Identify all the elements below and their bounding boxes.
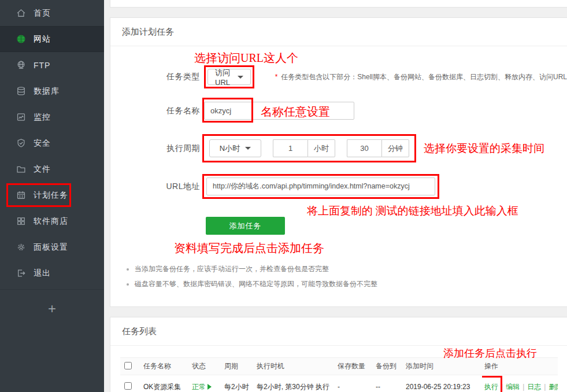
chevron-down-icon	[238, 76, 243, 79]
url-row: URL地址	[110, 174, 567, 199]
delete-link[interactable]: 删除	[549, 383, 558, 391]
annotation-type: 选择访问URL这人个	[194, 50, 567, 64]
sidebar-divider	[0, 289, 104, 290]
period-row: 执行周期 N小时 小时 分钟 选择你要设置的采集时间	[110, 134, 567, 162]
sidebar-item-label: 监控	[34, 112, 51, 123]
annotation-box-url	[202, 174, 439, 199]
sidebar-item-label: 安全	[34, 138, 51, 149]
sidebar-item-label: 数据库	[34, 86, 60, 97]
sidebar-item-label: 计划任务	[34, 190, 68, 201]
period-minute-input[interactable]	[347, 139, 381, 157]
sidebar-item-label: 软件商店	[34, 216, 68, 227]
sidebar-item-label: 面板设置	[34, 242, 68, 253]
security-icon	[16, 138, 26, 149]
home-icon	[16, 8, 26, 19]
hour-addon: 小时	[307, 139, 335, 157]
col-period: 周期	[222, 358, 254, 375]
database-icon	[16, 86, 26, 97]
calendar-icon	[16, 190, 26, 201]
backup-to-cell: --	[373, 375, 403, 392]
period-hour-input[interactable]	[273, 139, 307, 157]
folder-icon	[16, 164, 26, 175]
sidebar-item-cron[interactable]: 计划任务	[0, 182, 104, 208]
add-menu-button[interactable]: +	[0, 295, 104, 321]
keep-cell: -	[335, 375, 373, 392]
annotation-submit: 资料填写完成后点击添加任务	[174, 241, 567, 256]
task-list-title: 任务列表	[110, 317, 567, 346]
task-type-select[interactable]: 访问URL	[207, 69, 251, 85]
annotation-box-period: N小时 小时 分钟	[202, 134, 416, 162]
url-label: URL地址	[110, 182, 200, 192]
tip-item: 当添加完备份任务，应该手动运行一次，并检查备份包是否完整	[135, 261, 567, 276]
sidebar-item-logout[interactable]: 退出	[0, 260, 104, 286]
row-checkbox[interactable]	[124, 382, 132, 390]
task-name-input[interactable]	[204, 102, 354, 120]
task-table: 任务名称 状态 周期 执行时机 保存数量 备份到 添加时间 操作 OK资源采集 …	[120, 357, 558, 392]
chevron-down-icon	[245, 147, 251, 150]
task-name-label: 任务名称	[110, 106, 200, 116]
period-label: 执行周期	[110, 143, 200, 154]
annotation-period: 选择你要设置的采集时间	[424, 141, 544, 156]
task-name-cell: OK资源采集	[141, 375, 190, 392]
sidebar-item-label: FTP	[34, 61, 50, 70]
col-timing: 执行时机	[254, 358, 335, 375]
logout-icon	[16, 268, 26, 279]
sidebar-item-home[interactable]: 首页	[0, 0, 104, 26]
sidebar-item-appstore[interactable]: 软件商店	[0, 208, 104, 234]
gear-icon	[16, 242, 26, 253]
submit-row: 添加任务	[110, 216, 567, 235]
col-backup-to: 备份到	[373, 358, 403, 375]
col-name: 任务名称	[141, 358, 190, 375]
appstore-icon	[16, 216, 26, 227]
sidebar-item-files[interactable]: 文件	[0, 156, 104, 182]
add-task-title: 添加计划任务	[110, 18, 567, 46]
col-actions: 操作	[482, 358, 558, 375]
sidebar-item-label: 网站	[34, 34, 51, 45]
run-link[interactable]: 执行	[484, 383, 498, 391]
sidebar-item-settings[interactable]: 面板设置	[0, 234, 104, 260]
log-link[interactable]: 日志	[527, 383, 541, 391]
sidebar-item-label: 首页	[34, 8, 51, 19]
sidebar-item-database[interactable]: 数据库	[0, 78, 104, 104]
url-input[interactable]	[206, 177, 435, 195]
actions-cell: 执行 |编辑|日志|删除	[482, 375, 558, 392]
status-badge: 正常	[192, 382, 220, 392]
select-all-checkbox[interactable]	[124, 362, 132, 369]
sidebar-item-security[interactable]: 安全	[0, 130, 104, 156]
tip-item: 磁盘容量不够、数据库密码错误、网络不稳定等原因，可能导致数据备份不完整	[135, 276, 567, 291]
task-list-card: 任务列表 添加任务后点击执行 任务名称 状态 周期 执行时机 保存数量 备份到 …	[110, 317, 567, 392]
task-type-row: 任务类型 访问URL *任务类型包含以下部分：Shell脚本、备份网站、备份数据…	[110, 65, 567, 88]
annotation-box-type: 访问URL	[204, 65, 254, 88]
sidebar-item-monitor[interactable]: 监控	[0, 104, 104, 130]
annotation-run: 添加任务后点击执行	[443, 346, 537, 360]
task-name-row: 任务名称 名称任意设置	[110, 102, 567, 120]
added-time-cell: 2019-06-25 20:19:23	[403, 375, 482, 392]
add-task-card: 添加计划任务 选择访问URL这人个 任务类型 访问URL *任务类型包含以下部分…	[110, 17, 567, 307]
monitor-icon	[16, 112, 26, 123]
col-added: 添加时间	[403, 358, 482, 375]
col-keep: 保存数量	[335, 358, 373, 375]
minute-addon: 分钟	[381, 139, 409, 157]
col-status: 状态	[190, 358, 222, 375]
sidebar-item-ftp[interactable]: FTP	[0, 52, 104, 78]
annotation-url: 将上面复制的 测试的链接地址填入此输入框	[307, 204, 567, 216]
website-icon	[16, 34, 26, 45]
sidebar-item-label: 文件	[34, 164, 51, 175]
task-type-note: *任务类型包含以下部分：Shell脚本、备份网站、备份数据库、日志切割、释放内存…	[275, 72, 567, 82]
table-row: OK资源采集 正常 每2小时 每2小时, 第30分钟 执行 - -- 2019-…	[120, 375, 558, 392]
ftp-icon	[16, 60, 26, 71]
sidebar: 首页 网站 FTP 数据库 监控 安全 文件	[0, 0, 104, 392]
timing-cell: 每2小时, 第30分钟 执行	[254, 375, 335, 392]
task-type-label: 任务类型	[110, 72, 200, 82]
period-unit-select[interactable]: N小时	[209, 139, 261, 157]
sidebar-item-label: 退出	[34, 268, 51, 279]
edit-link[interactable]: 编辑	[506, 383, 520, 391]
main-content: 添加计划任务 选择访问URL这人个 任务类型 访问URL *任务类型包含以下部分…	[104, 0, 567, 392]
tips-list: 当添加完备份任务，应该手动运行一次，并检查备份包是否完整 磁盘容量不够、数据库密…	[128, 261, 567, 306]
table-header-row: 任务名称 状态 周期 执行时机 保存数量 备份到 添加时间 操作	[120, 358, 558, 375]
previous-card-edge	[110, 0, 567, 8]
add-task-button[interactable]: 添加任务	[206, 217, 285, 235]
play-icon	[207, 384, 212, 390]
sidebar-item-website[interactable]: 网站	[0, 26, 104, 52]
period-cell: 每2小时	[222, 375, 254, 392]
